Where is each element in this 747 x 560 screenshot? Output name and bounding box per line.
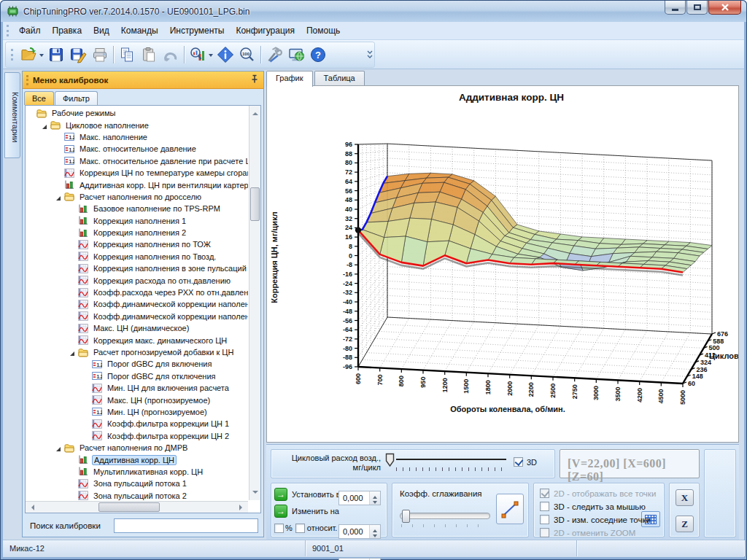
tree-item[interactable]: Расчет наполнения по ДМРВ — [26, 442, 248, 454]
x-axis-button[interactable]: X — [676, 489, 694, 506]
dropdown-arrow-icon[interactable] — [209, 42, 214, 67]
percent-checkbox[interactable] — [274, 524, 284, 533]
tree-item[interactable]: Аддитивная корр. ЦН — [26, 454, 248, 465]
menu-файл[interactable]: Файл — [13, 23, 47, 39]
edit-curve-button[interactable] — [496, 494, 524, 524]
spin-up-icon[interactable] — [370, 491, 380, 498]
tree-item[interactable]: Макс. ЦН (прогнозируемое) — [26, 394, 248, 405]
apply-change-button[interactable]: → — [274, 505, 287, 518]
tree-item[interactable]: 1.2Макс. наполнение — [26, 131, 248, 143]
info-button[interactable] — [214, 44, 236, 66]
tree-item[interactable]: Мин. ЦН для включения расчета — [26, 382, 248, 394]
menu-команды[interactable]: Команды — [115, 23, 164, 39]
tree-item[interactable]: Расчет прогнозируемой добавки к ЦН — [26, 346, 248, 358]
option-checkbox-row[interactable]: 3D - изм. соседние точки — [540, 513, 651, 526]
tree-item[interactable]: Коэфф.фильтра коррекции ЦН 1 — [26, 418, 248, 429]
minimize-button[interactable] — [665, 1, 686, 15]
tree-item[interactable]: 1.2Макс. относительное давление при расч… — [26, 155, 248, 167]
tree-item[interactable]: 1.2Макс. относительное давление — [26, 143, 248, 155]
undo-button[interactable] — [160, 44, 182, 66]
tree-item[interactable]: Рабочие режимы — [26, 107, 248, 119]
tree-item[interactable]: Цикловое наполнение — [26, 119, 248, 131]
tree-vertical-scrollbar[interactable] — [249, 106, 260, 500]
checkbox-icon[interactable] — [540, 502, 549, 511]
tree-item[interactable]: Зона пульсаций потока 1 — [26, 478, 248, 489]
sidebar-gripper[interactable] — [26, 75, 28, 85]
toolbar-gripper[interactable] — [11, 49, 13, 61]
tree-item[interactable]: Мультипликативная корр. ЦН — [26, 466, 248, 478]
tree-item[interactable]: Коррекция ЦН по температуре камеры сгора… — [26, 167, 248, 179]
z-axis-button[interactable]: Z — [676, 516, 694, 532]
tree-item[interactable]: Коррекция наполнения по ТОЖ — [26, 238, 248, 250]
tree-item[interactable]: Коррекция макс. динамического ЦН — [26, 334, 248, 346]
pin-icon[interactable] — [250, 74, 259, 85]
slider-thumb[interactable] — [402, 510, 410, 523]
checkbox-icon[interactable] — [514, 457, 523, 467]
tab-таблица[interactable]: Таблица — [314, 71, 365, 86]
menu-помощь[interactable]: Помощь — [301, 23, 346, 39]
tree-item[interactable]: Расчет наполнения по дросселю — [26, 191, 248, 203]
expander-icon[interactable] — [70, 351, 74, 356]
tree-item[interactable]: Коэфф.фильтра коррекции ЦН 2 — [26, 430, 248, 442]
scroll-thumb[interactable] — [250, 187, 260, 221]
help-button[interactable]: ? — [307, 44, 329, 66]
menu-gripper[interactable] — [7, 25, 9, 36]
surface-3d-chart[interactable]: -96-88-80-72-64-56-48-40-32-24-16-808162… — [267, 86, 738, 442]
tree-item[interactable]: Коэфф.динамической коррекции наполени — [26, 311, 248, 322]
tree-item[interactable]: Коэфф.динамической коррекции наполени — [26, 298, 248, 310]
smoothing-slider[interactable] — [400, 513, 490, 519]
menu-правка[interactable]: Правка — [47, 23, 88, 39]
title-bar[interactable]: ChipTuningPRO ver.7.2014.0.1570 - UE0900… — [1, 1, 746, 22]
option-checkbox-row[interactable]: 2D - отображать все точки — [540, 487, 656, 499]
tab-график[interactable]: График — [266, 71, 313, 87]
print-button[interactable] — [89, 44, 111, 66]
tree-item[interactable]: Коррекция наполнения 2 — [26, 227, 248, 238]
tools-button[interactable] — [263, 44, 285, 66]
menu-вид[interactable]: Вид — [88, 23, 115, 39]
checkbox-icon[interactable] — [540, 515, 549, 524]
menu-инструменты[interactable]: Инструменты — [164, 23, 231, 39]
tree-item[interactable]: Коррекция расхода по отн.давлению — [26, 274, 248, 286]
tree-item[interactable]: Зона пульсаций потока 2 — [26, 490, 248, 501]
paste-button[interactable] — [138, 44, 160, 66]
scroll-right-icon[interactable] — [239, 505, 245, 510]
close-button[interactable] — [708, 1, 741, 15]
dropdown-arrow-icon[interactable] — [39, 42, 45, 67]
sidebar-tab-фильтр[interactable]: Фильтр — [55, 91, 98, 105]
scroll-thumb[interactable] — [98, 502, 160, 512]
tree-item[interactable]: Коррекция наполнения по Твозд. — [26, 251, 248, 262]
scroll-left-icon[interactable] — [28, 505, 34, 510]
apply-set-button[interactable]: → — [274, 488, 287, 501]
menu-конфигурация[interactable]: Конфигурация — [230, 23, 301, 39]
open-file-button[interactable] — [18, 44, 39, 66]
zoom-100-button[interactable]: 100 — [236, 44, 258, 66]
save-button[interactable] — [45, 44, 67, 66]
expander-icon[interactable] — [42, 125, 47, 129]
copy-button[interactable] — [116, 44, 138, 66]
tree-item[interactable]: 1.2Порог dGBC для включения — [26, 358, 248, 370]
tree-item[interactable]: Аддитивная корр. ЦН при вентиляции карте… — [26, 179, 248, 190]
option-checkbox-row[interactable]: 3D - следить за мышью — [540, 500, 646, 513]
network-button[interactable] — [285, 44, 307, 66]
chart-mode-button[interactable] — [187, 44, 209, 66]
relative-checkbox[interactable] — [295, 524, 305, 533]
search-input[interactable] — [114, 518, 258, 533]
tree-item[interactable]: Базовое наполнение по TPS-RPM — [26, 203, 248, 214]
tree-item[interactable]: Макс. ЦН (динамическое) — [26, 322, 248, 334]
set-to-spinner[interactable]: 0,000 — [338, 491, 381, 505]
tree-item[interactable]: Коррекция наполнения в зоне пульсаций п — [26, 262, 248, 274]
option-checkbox-row[interactable]: 2D - отменить ZOOM — [540, 526, 635, 539]
sidebar-tab-все[interactable]: Все — [24, 91, 54, 105]
save-as-button[interactable] — [67, 44, 89, 66]
airflow-slider[interactable] — [385, 453, 508, 475]
slider-thumb[interactable] — [385, 453, 395, 470]
tree-item[interactable]: 1.2Порог dGBC для отключения — [26, 370, 248, 382]
maximize-button[interactable] — [686, 1, 708, 15]
expander-icon[interactable] — [56, 196, 61, 201]
expander-icon[interactable] — [56, 447, 61, 451]
toolbar-overflow-icon[interactable] — [367, 45, 373, 64]
comments-side-tab[interactable]: Комментарии — [4, 72, 20, 158]
tree-item[interactable]: Коррекция наполнения 1 — [26, 215, 248, 227]
scroll-up-icon[interactable] — [252, 109, 258, 115]
tree-item[interactable]: 1.2Мин. ЦН (прогнозируемое) — [26, 406, 248, 418]
